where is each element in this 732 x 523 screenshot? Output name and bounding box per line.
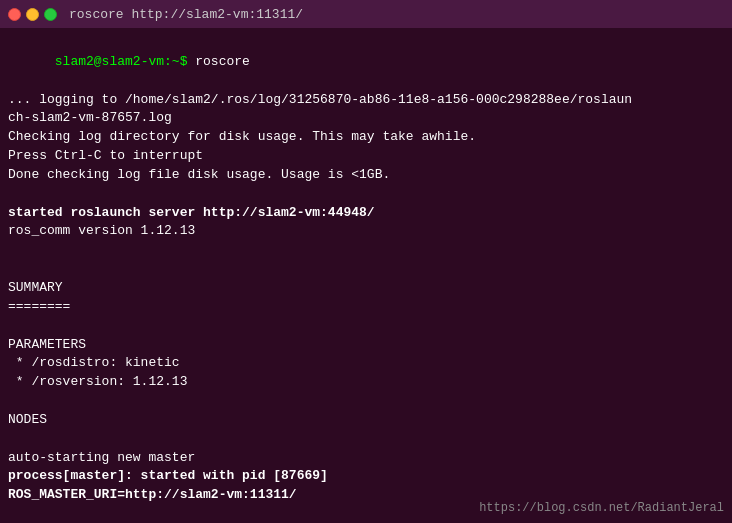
terminal-line: ch-slam2-vm-87657.log (8, 109, 724, 128)
terminal-line: NODES (8, 411, 724, 430)
terminal-line (8, 185, 724, 204)
terminal-line (8, 392, 724, 411)
terminal-line: Checking log directory for disk usage. T… (8, 128, 724, 147)
watermark: https://blog.csdn.net/RadiantJeral (479, 501, 724, 515)
terminal-line (8, 260, 724, 279)
terminal-line: Press Ctrl-C to interrupt (8, 147, 724, 166)
terminal-line-bold: process[master]: started with pid [87669… (8, 467, 724, 486)
terminal-body[interactable]: slam2@slam2-vm:~$ roscore ... logging to… (0, 28, 732, 523)
traffic-lights (8, 8, 57, 21)
terminal-line (8, 430, 724, 449)
terminal-line: Done checking log file disk usage. Usage… (8, 166, 724, 185)
terminal-line (8, 241, 724, 260)
maximize-button[interactable] (44, 8, 57, 21)
titlebar: roscore http://slam2-vm:11311/ (0, 0, 732, 28)
terminal-line: ros_comm version 1.12.13 (8, 222, 724, 241)
terminal-line: * /rosversion: 1.12.13 (8, 373, 724, 392)
terminal-line: PARAMETERS (8, 336, 724, 355)
terminal-line: ======== (8, 298, 724, 317)
prompt-line: slam2@slam2-vm:~$ roscore (8, 34, 724, 91)
terminal-line-bold: started roslaunch server http://slam2-vm… (8, 204, 724, 223)
minimize-button[interactable] (26, 8, 39, 21)
terminal-line: ... logging to /home/slam2/.ros/log/3125… (8, 91, 724, 110)
prompt-command: roscore (187, 54, 249, 69)
terminal-line: auto-starting new master (8, 449, 724, 468)
prompt-user: slam2@slam2-vm:~$ (55, 54, 188, 69)
terminal-line: * /rosdistro: kinetic (8, 354, 724, 373)
terminal-window: roscore http://slam2-vm:11311/ slam2@sla… (0, 0, 732, 523)
terminal-line (8, 317, 724, 336)
terminal-line: SUMMARY (8, 279, 724, 298)
close-button[interactable] (8, 8, 21, 21)
window-title: roscore http://slam2-vm:11311/ (69, 7, 303, 22)
